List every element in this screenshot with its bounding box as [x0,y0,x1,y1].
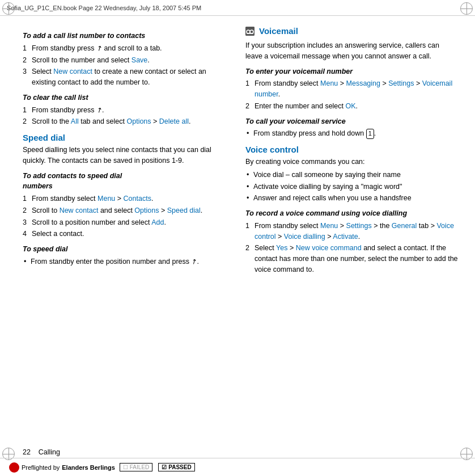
add-call-list-title: To add a call list number to contacts [23,31,230,41]
list-item: 2 Enter the number and select OK. [245,101,458,112]
speed-dial-how-title: To speed dial [23,244,230,255]
enter-voicemail-title: To enter your voicemail number [245,66,458,77]
failed-checkbox: ☐ [123,464,128,470]
voice-control-bullets: Voice dial – call someone by saying thei… [245,170,458,204]
list-item: 1 From standby press ↗. [23,105,230,116]
record-voice-steps: 1 From standby select Menu > Settings > … [245,221,458,275]
left-column: To add a call list number to contacts 1 … [0,16,238,458]
list-item: 3 Select New contact to create a new con… [23,66,230,88]
voice-control-heading: Voice control [245,145,458,154]
list-item: Voice dial – call someone by saying thei… [245,170,458,180]
enter-voicemail-steps: 1 From standby select Menu > Messaging >… [245,78,458,111]
elanders-logo-icon [9,462,19,473]
phone-icon: ↗ [94,42,104,54]
list-item: 1 From standby press ↗ and scroll to a t… [23,43,230,54]
speed-dial-heading: Speed dial [23,133,230,142]
list-item: 3 Scroll to a position number and select… [23,217,230,228]
clear-call-list-title: To clear the call list [23,92,230,103]
add-contacts-speed-dial-title: To add contacts to speed dialnumbers [23,171,230,192]
list-item: 2 Scroll to the All tab and select Optio… [23,116,230,127]
record-voice-title: To record a voice command using voice di… [245,208,458,219]
voicemail-heading-row: Voicemail [245,26,458,38]
main-content: To add a call list number to contacts 1 … [0,16,475,458]
phone-icon-3: ↗ [189,255,200,267]
page-number: 22 [23,448,31,456]
list-item: 1 From standby select Menu > Contacts. [23,193,230,204]
key-1-icon: 1 [366,129,374,138]
voicemail-heading: Voicemail [259,26,298,36]
list-item: 1 From standby select Menu > Messaging >… [245,78,458,100]
header-title: Sofia_UG_P1C_EN.book Page 22 Wednesday, … [7,5,201,11]
footer-bar: Preflighted by Elanders Berlings ☐ FAILE… [0,458,475,476]
add-call-list-steps: 1 From standby press ↗ and scroll to a t… [23,43,230,88]
header-bar: Sofia_UG_P1C_EN.book Page 22 Wednesday, … [0,0,475,16]
passed-checkbox: ☑ [162,464,167,470]
list-item: From standby enter the position number a… [23,256,230,267]
list-item: Activate voice dialling by saying a "mag… [245,182,458,192]
speed-dial-description: Speed dialling lets you select nine cont… [23,145,230,166]
voice-control-description: By creating voice commands you can: [245,157,458,167]
voicemail-icon [245,27,255,36]
company-name: Elanders Berlings [62,464,115,471]
list-item: 4 Select a contact. [23,229,230,239]
list-item: 2 Scroll to New contact and select Optio… [23,205,230,216]
list-item: 2 Select Yes > New voice command and sel… [245,243,458,275]
badges: ☐ FAILED ☑ PASSED [120,463,195,471]
clear-call-list-steps: 1 From standby press ↗. 2 Scroll to the … [23,105,230,128]
voicemail-description: If your subscription includes an answeri… [245,40,458,62]
call-voicemail-bullets: From standby press and hold down 1. [245,128,458,139]
footer-logo: Preflighted by Elanders Berlings [9,462,115,473]
phone-icon-2: ↗ [94,104,104,116]
preflighted-label: Preflighted by [22,464,60,471]
failed-badge: ☐ FAILED [120,463,152,471]
list-item: 1 From standby select Menu > Settings > … [245,221,458,242]
list-item: 2 Scroll to the number and select Save. [23,55,230,66]
page-number-area: 22 Calling [23,448,60,456]
call-voicemail-title: To call your voicemail service [245,116,458,127]
list-item: From standby press and hold down 1. [245,128,458,139]
add-contacts-speed-dial-steps: 1 From standby select Menu > Contacts. 2… [23,193,230,239]
passed-badge: ☑ PASSED [158,463,194,471]
right-column: Voicemail If your subscription includes … [238,16,475,458]
corner-mark-tl [2,2,15,15]
speed-dial-bullets: From standby enter the position number a… [23,256,230,267]
corner-mark-tr [460,2,473,15]
page-label: Calling [39,448,60,456]
list-item: Answer and reject calls when you use a h… [245,193,458,204]
